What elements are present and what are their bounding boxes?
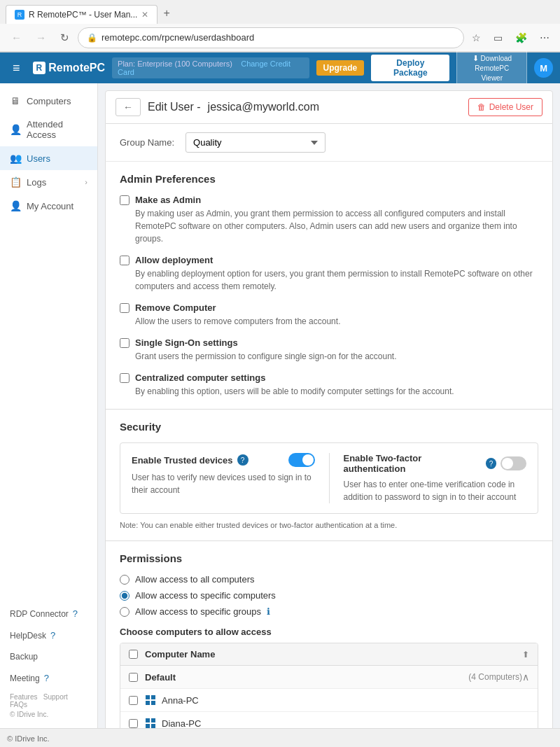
trusted-devices-col: Enable Trusted devices ? User has to ver… (132, 453, 315, 503)
browser-chrome: R R RemotePC™ - User Man... ✕ + ← → ↻ 🔒 … (0, 0, 560, 53)
sidebar-item-myaccount[interactable]: 👤 My Account (0, 194, 97, 218)
trusted-devices-title: Enable Trusted devices (132, 455, 233, 466)
security-box: Enable Trusted devices ? User has to ver… (120, 442, 538, 514)
centralized-checkbox[interactable] (120, 373, 130, 383)
allow-deployment-desc: By enabling deployment option for users,… (120, 267, 538, 293)
users-icon: 👥 (10, 153, 21, 164)
pref-remove-computer-header: Remove Computer (120, 302, 538, 313)
back-nav-button[interactable]: ← (6, 27, 27, 48)
twofactor-help-icon[interactable]: ? (486, 458, 496, 469)
delete-icon: 🗑 (477, 102, 486, 112)
group-select-wrapper: Quality Default Engineering Marketing Sa… (186, 132, 326, 153)
logo-text: RemotePC (48, 62, 105, 74)
sidebar-item-attended-access[interactable]: 👤 Attended Access (0, 113, 97, 146)
sidebar-item-rdp[interactable]: RDP Connector ? (0, 603, 97, 624)
sidebar-item-backup[interactable]: Backup (0, 646, 97, 667)
single-signon-desc: Grant users the permission to configure … (120, 350, 538, 363)
group-default-name: Default (145, 672, 465, 683)
single-signon-checkbox[interactable] (120, 338, 130, 348)
back-button[interactable]: ← (115, 98, 141, 116)
meeting-help-icon[interactable]: ? (44, 673, 49, 683)
delete-user-button[interactable]: 🗑 Delete User (468, 98, 542, 116)
refresh-nav-button[interactable]: ↻ (55, 27, 75, 48)
sidebar-toggle-icon[interactable]: ▭ (489, 29, 507, 47)
footer-features[interactable]: Features (10, 693, 37, 701)
permissions-section: Permissions Allow access to all computer… (105, 541, 553, 728)
sidebar-item-computers[interactable]: 🖥 Computers (0, 89, 97, 113)
select-all-computers-checkbox[interactable] (129, 650, 138, 659)
computer-diana-checkbox[interactable] (129, 719, 138, 728)
download-icon: ⬇ (472, 54, 479, 62)
trusted-devices-toggle[interactable] (288, 453, 315, 467)
trusted-devices-header: Enable Trusted devices ? (132, 453, 315, 467)
sort-icon[interactable]: ⬆ (522, 650, 529, 659)
upgrade-button[interactable]: Upgrade (316, 60, 365, 76)
sidebar-item-meeting[interactable]: Meeting ? (0, 667, 97, 689)
computer-row-anna: Anna-PC (120, 689, 538, 712)
remove-computer-checkbox[interactable] (120, 303, 130, 313)
permission-groups-info-icon[interactable]: ℹ (267, 606, 270, 617)
forward-nav-button[interactable]: → (30, 27, 52, 48)
permission-groups-radio[interactable] (120, 607, 130, 617)
app-bar: ≡ R RemotePC Plan: Enterprise (100 Compu… (0, 53, 560, 83)
group-default-checkbox[interactable] (129, 673, 138, 682)
twofactor-toggle[interactable] (500, 456, 526, 470)
permission-specific-groups[interactable]: Allow access to specific groups ℹ (120, 606, 538, 617)
sidebar-item-label-logs: Logs (27, 177, 46, 188)
remove-computer-title: Remove Computer (135, 302, 216, 313)
logs-icon: 📋 (10, 176, 21, 188)
computer-anna-checkbox[interactable] (129, 696, 138, 705)
rdp-help-icon[interactable]: ? (73, 608, 78, 619)
deploy-package-button[interactable]: Deploy Package (371, 55, 449, 81)
admin-preferences-title: Admin Preferences (120, 173, 538, 185)
sidebar-item-users[interactable]: 👥 Users (0, 146, 97, 170)
computer-table-scroll[interactable]: Default (4 Computers) ∧ (120, 666, 538, 728)
twofactor-desc: User has to enter one-time verification … (344, 478, 527, 503)
permission-all-computers[interactable]: Allow access to all computers (120, 574, 538, 585)
sidebar-item-helpdesk[interactable]: HelpDesk ? (0, 624, 97, 646)
new-tab-button[interactable]: + (158, 3, 175, 24)
sidebar-bottom: RDP Connector ? HelpDesk ? Backup Meetin… (0, 603, 97, 722)
trusted-help-icon[interactable]: ? (237, 454, 248, 466)
browser-nav: ← → ↻ 🔒 remotepc.com/rpcnew/userdashboar… (0, 24, 560, 52)
make-admin-desc: By making user as Admin, you grant them … (120, 207, 538, 245)
permission-all-radio[interactable] (120, 575, 130, 585)
footer-faqs[interactable]: FAQs (10, 701, 27, 708)
attended-icon: 👤 (10, 124, 21, 135)
sidebar-item-label-attended: Attended Access (27, 119, 88, 140)
single-signon-title: Single Sign-On settings (135, 337, 238, 348)
backup-label: Backup (10, 652, 38, 662)
browser-tabs: R R RemotePC™ - User Man... ✕ + (0, 0, 560, 24)
menu-dots-icon[interactable]: ⋯ (535, 29, 554, 47)
download-viewer-button[interactable]: ⬇ DownloadRemotePC Viewer (456, 50, 527, 87)
sidebar: 🖥 Computers 👤 Attended Access 👥 Users 📋 … (0, 83, 98, 728)
permission-specific-radio[interactable] (120, 591, 130, 601)
extensions-icon[interactable]: 🧩 (510, 29, 532, 47)
permission-specific-computers[interactable]: Allow access to specific computers (120, 590, 538, 601)
permission-all-label: Allow access to all computers (135, 574, 255, 585)
svg-rect-7 (151, 724, 155, 728)
centralized-title: Centralized computer settings (135, 372, 265, 383)
hamburger-icon[interactable]: ≡ (7, 58, 26, 78)
active-tab[interactable]: R R RemotePC™ - User Man... ✕ (6, 5, 158, 24)
pref-make-admin-header: Make as Admin (120, 195, 538, 205)
user-avatar[interactable]: M (534, 58, 553, 78)
security-note: Note: You can enable either trusted devi… (120, 521, 538, 529)
group-select[interactable]: Quality Default Engineering Marketing Sa… (186, 132, 326, 153)
svg-rect-2 (146, 701, 150, 705)
svg-rect-5 (151, 718, 155, 722)
security-title: Security (120, 421, 538, 433)
computer-col-name: Computer Name (145, 649, 522, 659)
group-collapse-icon[interactable]: ∧ (522, 671, 529, 683)
permission-groups-label: Allow access to specific groups (135, 606, 261, 617)
footer-support[interactable]: Support (43, 693, 68, 701)
allow-deployment-checkbox[interactable] (120, 256, 130, 265)
make-admin-checkbox[interactable] (120, 195, 130, 205)
footer-copyright: © IDrive Inc. (10, 711, 88, 718)
centralized-desc: By enabling this option, users will be a… (120, 385, 538, 398)
sidebar-item-logs[interactable]: 📋 Logs › (0, 170, 97, 194)
bookmark-icon[interactable]: ☆ (467, 29, 486, 47)
address-bar[interactable]: 🔒 remotepc.com/rpcnew/userdashboard (78, 27, 464, 48)
helpdesk-help-icon[interactable]: ? (50, 630, 55, 641)
tab-close-icon[interactable]: ✕ (141, 10, 148, 20)
